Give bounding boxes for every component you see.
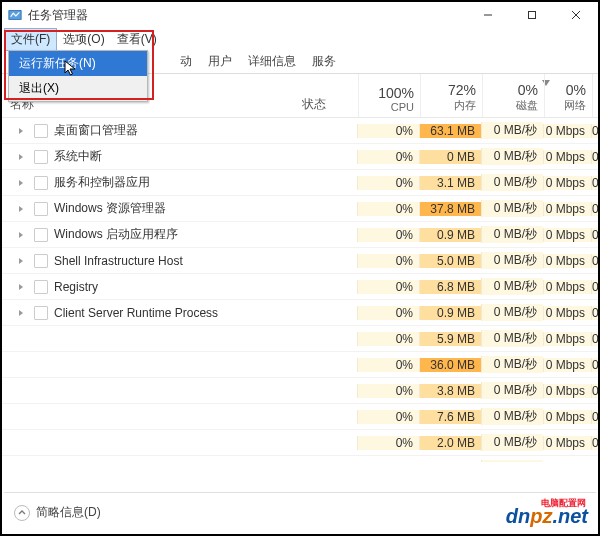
table-row[interactable]: Client Server Runtime Process0%0.9 MB0 M… [2,300,598,326]
col-memory[interactable]: 72% 内存 [420,74,482,117]
cell-disk: 0 MB/秒 [481,122,543,139]
table-row[interactable]: 0%5.9 MB0 MB/秒0 Mbps0 [2,326,598,352]
col-disk[interactable]: 0% 磁盘 [482,74,544,117]
cell-network: 0 Mbps [543,306,591,320]
disclosure-icon[interactable] [16,125,28,137]
cell-network: 0 Mbps [543,280,591,294]
process-icon [34,306,48,320]
disclosure-icon[interactable] [16,151,28,163]
cell-cpu: 0% [357,176,419,190]
table-row[interactable]: Windows 启动应用程序0%0.9 MB0 MB/秒0 Mbps0 [2,222,598,248]
table-row[interactable]: 0%2.0 MB0 MB/秒0 Mbps0 [2,430,598,456]
cell-disk: 0 MB/秒 [481,356,543,373]
table-row[interactable]: Shell Infrastructure Host0%5.0 MB0 MB/秒0… [2,248,598,274]
disclosure-icon[interactable] [16,255,28,267]
cell-memory: 2.0 MB [419,462,481,463]
file-dropdown: 运行新任务(N) 退出(X) [8,50,148,102]
cell-cpu: 0% [357,358,419,372]
col-cut [592,74,598,117]
col-status[interactable]: 状态 [302,74,358,117]
cell-disk: 0 MB/秒 [481,278,543,295]
cell-memory: 63.1 MB [419,124,481,138]
mem-usage-pct: 72% [421,82,476,98]
disclosure-icon[interactable] [16,203,28,215]
cell-memory: 0.9 MB [419,228,481,242]
cell-disk: 0 MB/秒 [481,226,543,243]
cell-network: 0 Mbps [543,202,591,216]
table-row[interactable]: 0%3.8 MB0 MB/秒0 Mbps0 [2,378,598,404]
titlebar[interactable]: 任务管理器 [2,2,598,28]
disclosure-icon[interactable] [16,177,28,189]
cell-cut: 0 [591,150,598,164]
table-row[interactable]: 0%7.6 MB0 MB/秒0 Mbps0 [2,404,598,430]
process-icon [34,176,48,190]
net-usage-pct: 0% [545,82,586,98]
cell-cpu: 0% [357,202,419,216]
process-icon [34,254,48,268]
cell-cut: 0 [591,358,598,372]
col-network[interactable]: 0% 网络 [544,74,592,117]
cell-cut: 0 [591,228,598,242]
cell-memory: 5.9 MB [419,332,481,346]
process-name: 服务和控制器应用 [54,174,150,191]
disclosure-icon[interactable] [16,307,28,319]
table-row[interactable]: 0%2.0 MB0 MB/秒0 Mbps0 [2,456,598,462]
cell-cut: 0 [591,384,598,398]
cell-cpu: 0% [357,384,419,398]
process-table-body: 桌面窗口管理器0%63.1 MB0 MB/秒0 Mbps0系统中断0%0 MB0… [2,118,598,462]
disclosure-icon[interactable] [16,229,28,241]
col-cpu[interactable]: 100% CPU [358,74,420,117]
cell-cpu: 0% [357,410,419,424]
cell-network: 0 Mbps [543,150,591,164]
menu-item-exit[interactable]: 退出(X) [9,76,147,101]
cpu-usage-pct: 100% [359,85,414,101]
cell-disk: 0 MB/秒 [481,460,543,462]
cell-cpu: 0% [357,306,419,320]
cell-network: 0 Mbps [543,462,591,463]
cell-disk: 0 MB/秒 [481,408,543,425]
disclosure-icon[interactable] [16,281,28,293]
close-button[interactable] [554,2,598,28]
process-icon [34,124,48,138]
expand-chevron-icon[interactable] [14,505,30,521]
cell-disk: 0 MB/秒 [481,304,543,321]
table-row[interactable]: Registry0%6.8 MB0 MB/秒0 Mbps0 [2,274,598,300]
menu-item-run-new-task[interactable]: 运行新任务(N) [9,51,147,76]
cell-network: 0 Mbps [543,176,591,190]
cell-network: 0 Mbps [543,436,591,450]
cell-network: 0 Mbps [543,384,591,398]
menu-view[interactable]: 查看(V) [111,29,163,50]
tab-startup[interactable]: 动 [172,50,200,73]
cell-cut: 0 [591,332,598,346]
maximize-button[interactable] [510,2,554,28]
cell-memory: 7.6 MB [419,410,481,424]
cell-cpu: 0% [357,436,419,450]
cell-cpu: 0% [357,228,419,242]
cell-memory: 3.8 MB [419,384,481,398]
table-row[interactable]: Windows 资源管理器0%37.8 MB0 MB/秒0 Mbps0 [2,196,598,222]
menu-file[interactable]: 文件(F) [4,28,57,51]
menu-options[interactable]: 选项(O) [57,29,110,50]
tab-services[interactable]: 服务 [304,50,344,73]
cell-cut: 0 [591,436,598,450]
disk-usage-pct: 0% [483,82,538,98]
table-row[interactable]: 系统中断0%0 MB0 MB/秒0 Mbps0 [2,144,598,170]
cell-network: 0 Mbps [543,124,591,138]
cell-network: 0 Mbps [543,254,591,268]
cell-memory: 3.1 MB [419,176,481,190]
cell-network: 0 Mbps [543,228,591,242]
table-row[interactable]: 服务和控制器应用0%3.1 MB0 MB/秒0 Mbps0 [2,170,598,196]
cell-cpu: 0% [357,150,419,164]
cell-cut: 0 [591,254,598,268]
table-row[interactable]: 0%36.0 MB0 MB/秒0 Mbps0 [2,352,598,378]
cell-cut: 0 [591,124,598,138]
minimize-button[interactable] [466,2,510,28]
process-name: 系统中断 [54,148,102,165]
tab-details[interactable]: 详细信息 [240,50,304,73]
table-row[interactable]: 桌面窗口管理器0%63.1 MB0 MB/秒0 Mbps0 [2,118,598,144]
footer-brief-link[interactable]: 简略信息(D) [36,504,101,521]
cell-disk: 0 MB/秒 [481,382,543,399]
cell-disk: 0 MB/秒 [481,174,543,191]
cell-cut: 0 [591,202,598,216]
tab-users[interactable]: 用户 [200,50,240,73]
